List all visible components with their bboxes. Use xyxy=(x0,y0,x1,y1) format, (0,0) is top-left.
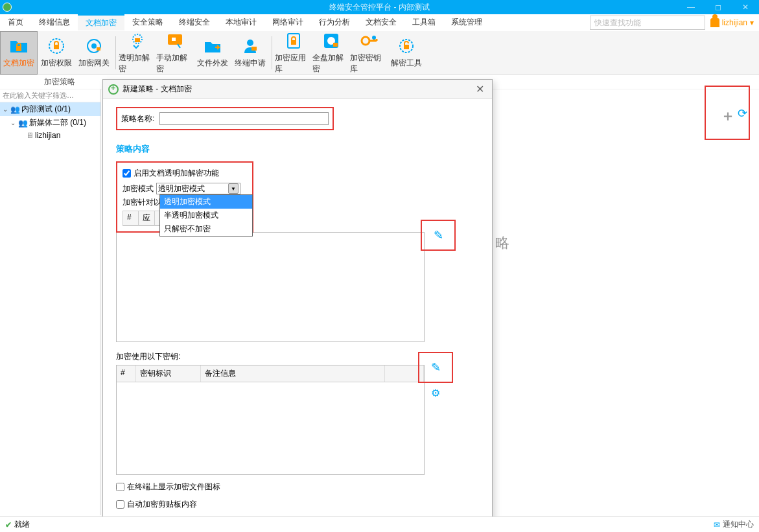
new-policy-dialog: 新建策略 - 文档加密 ✕ 策略名称: 策略内容 启用文档透明加解密功能 加密模… xyxy=(102,79,493,529)
toolbar-separator xyxy=(115,36,116,69)
tree-leaf[interactable]: 🖥 lizhijian xyxy=(0,130,100,141)
tool-label: 全盘加解密 xyxy=(312,52,350,75)
mail-icon: ✉ xyxy=(714,520,720,529)
enable-transparent-checkbox[interactable] xyxy=(123,169,131,178)
clipboard-checkbox[interactable] xyxy=(116,500,124,509)
tool-send-file[interactable]: 文件外发 xyxy=(194,31,231,75)
lock-shield-icon xyxy=(46,37,67,55)
dialog-close-button[interactable]: ✕ xyxy=(473,83,487,95)
svg-rect-14 xyxy=(291,40,296,45)
mode-option-transparent[interactable]: 透明加密模式 xyxy=(160,195,252,209)
svg-point-19 xyxy=(372,36,376,40)
tool-full-disk[interactable]: 全盘加解密 xyxy=(312,31,350,75)
edit-app-highlight: ✎ xyxy=(421,220,456,251)
mode-option-semi[interactable]: 半透明加密模式 xyxy=(160,209,252,222)
background-text: 略 xyxy=(495,233,509,253)
gateway-icon xyxy=(84,37,104,55)
notification-center[interactable]: ✉ 通知中心 xyxy=(714,519,754,530)
menu-behavior[interactable]: 行为分析 xyxy=(311,14,358,30)
svg-rect-21 xyxy=(404,45,409,49)
send-file-icon xyxy=(202,37,223,55)
tree-child[interactable]: ⌄ 👥 新媒体二部 (0/1) xyxy=(0,116,100,130)
status-text: 就绪 xyxy=(14,519,30,530)
app-logo-icon xyxy=(3,3,12,12)
show-icon-checkbox[interactable] xyxy=(116,483,124,491)
tool-label: 加密密钥库 xyxy=(350,52,388,75)
tool-label: 解密工具 xyxy=(391,58,422,69)
tool-transparent[interactable]: 透明加解密 xyxy=(119,31,156,75)
tool-encrypt-permission[interactable]: 加密权限 xyxy=(38,31,75,75)
encrypt-mode-select[interactable]: 透明加密模式 ▼ xyxy=(156,183,240,194)
menu-toolbox[interactable]: 工具箱 xyxy=(404,14,443,30)
key-lib-icon xyxy=(358,32,379,50)
search-placeholder: 快速查找功能 xyxy=(594,17,641,29)
menu-terminal-info[interactable]: 终端信息 xyxy=(31,14,78,30)
app-table[interactable] xyxy=(116,232,425,342)
tree-filter-input[interactable]: 在此输入关键字筛选… xyxy=(0,89,100,102)
edit-key-highlight: ✎ xyxy=(418,352,453,383)
tool-decrypt-tool[interactable]: 解密工具 xyxy=(388,31,425,75)
add-button[interactable]: ＋ xyxy=(721,106,735,126)
tool-label: 终端申请 xyxy=(235,58,266,69)
menu-doc-encrypt[interactable]: 文档加密 xyxy=(78,14,124,30)
menu-network-audit[interactable]: 网络审计 xyxy=(264,14,311,30)
svg-point-11 xyxy=(247,40,253,46)
tool-encrypt-gateway[interactable]: 加密网关 xyxy=(75,31,113,75)
tool-key-lib[interactable]: 加密密钥库 xyxy=(350,31,388,75)
tool-label: 文件外发 xyxy=(197,58,228,69)
tool-label: 加密权限 xyxy=(41,58,72,69)
tool-label: 加密网关 xyxy=(78,58,110,69)
menu-system[interactable]: 系统管理 xyxy=(443,14,490,30)
encrypt-config-highlight: 启用文档透明加解密功能 加密模式 透明加密模式 ▼ 透明加密模式 半透明加密模式… xyxy=(116,161,253,233)
close-button[interactable]: ✕ xyxy=(732,0,759,14)
dialog-title: 新建策略 - 文档加密 xyxy=(123,84,192,95)
gear-icon[interactable]: ⚙ xyxy=(431,387,440,399)
menu-local-audit[interactable]: 本地审计 xyxy=(218,14,264,30)
collapse-icon[interactable]: ⌄ xyxy=(1,106,9,113)
section-policy-content: 策略内容 xyxy=(116,143,479,155)
check-icon: ✔ xyxy=(5,520,12,529)
collapse-icon[interactable]: ⌄ xyxy=(9,119,17,126)
group-icon: 👥 xyxy=(18,119,28,128)
avatar-icon xyxy=(710,18,719,27)
tool-label: 文档加密 xyxy=(3,58,34,69)
pencil-icon[interactable]: ✎ xyxy=(431,360,441,375)
disk-icon xyxy=(321,32,342,50)
tool-terminal-apply[interactable]: 终端申请 xyxy=(231,31,269,75)
toolbar-separator xyxy=(272,36,272,69)
tool-doc-encrypt[interactable]: 文档加密 xyxy=(0,31,38,75)
pencil-icon[interactable]: ✎ xyxy=(434,228,443,242)
menu-home[interactable]: 首页 xyxy=(0,14,31,30)
transparent-icon xyxy=(127,32,148,50)
quick-search-input[interactable]: 快速查找功能 xyxy=(590,16,705,30)
policy-name-input[interactable] xyxy=(159,112,329,125)
menu-doc-security[interactable]: 文档安全 xyxy=(358,14,404,30)
clipboard-label: 自动加密剪贴板内容 xyxy=(127,499,197,510)
menu-terminal-security[interactable]: 终端安全 xyxy=(171,14,218,30)
monitor-icon: 🖥 xyxy=(26,131,34,140)
svg-rect-6 xyxy=(97,47,100,51)
col-key-id: 密钥标识 xyxy=(136,365,201,382)
tree-label: 新媒体二部 (0/1) xyxy=(29,117,86,128)
notif-label: 通知中心 xyxy=(723,519,754,530)
refresh-button[interactable]: ⟳ xyxy=(738,106,747,121)
status-bar: ✔ 就绪 ✉ 通知中心 xyxy=(0,516,759,532)
menu-security-policy[interactable]: 安全策略 xyxy=(124,14,171,30)
minimize-button[interactable]: ― xyxy=(677,0,705,14)
manual-icon xyxy=(165,32,185,50)
app-lib-icon xyxy=(283,32,304,50)
maximize-button[interactable]: ◻ xyxy=(705,0,732,14)
tool-manual[interactable]: 手动加解密 xyxy=(156,31,194,75)
svg-rect-10 xyxy=(172,38,176,41)
new-icon xyxy=(108,84,119,95)
col-index: # xyxy=(123,211,139,225)
titlebar: 终端安全管控平台 - 内部测试 ― ◻ ✕ xyxy=(0,0,759,14)
tool-app-lib[interactable]: 加密应用库 xyxy=(275,31,312,75)
user-menu[interactable]: lizhijian ▾ xyxy=(705,14,759,30)
tree-root[interactable]: ⌄ 👥 内部测试 (0/1) xyxy=(0,102,100,116)
key-table[interactable]: # 密钥标识 备注信息 xyxy=(116,365,425,475)
tree-label: 内部测试 (0/1) xyxy=(21,104,71,115)
mode-option-decrypt-only[interactable]: 只解密不加密 xyxy=(160,222,252,236)
left-panel: 在此输入关键字筛选… ⌄ 👥 内部测试 (0/1) ⌄ 👥 新媒体二部 (0/1… xyxy=(0,89,101,515)
terminal-apply-icon xyxy=(240,37,261,55)
